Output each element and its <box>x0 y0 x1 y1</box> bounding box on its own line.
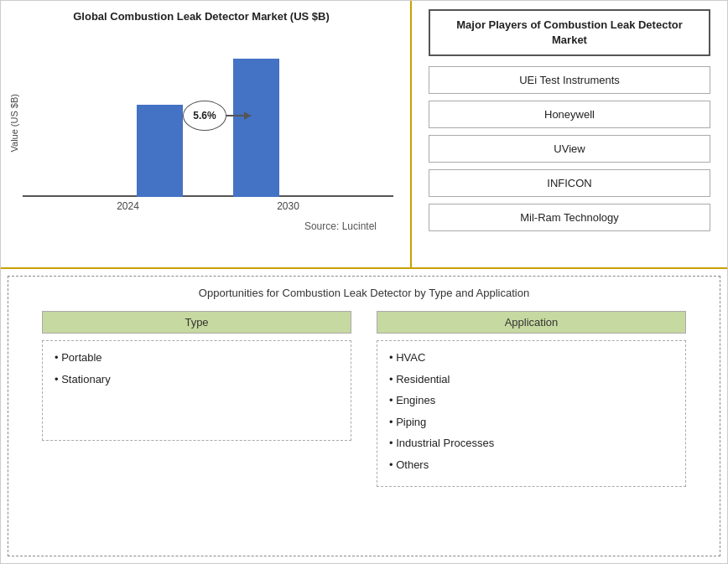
x-label-2030: 2030 <box>265 200 311 212</box>
bottom-section: Opportunities for Combustion Leak Detect… <box>8 276 720 556</box>
source-text: Source: Lucintel <box>304 220 377 232</box>
bars-container: 5.6% <box>23 31 393 197</box>
bubble-annotation: 5.6% <box>183 101 226 131</box>
type-item-1: • Portable <box>55 349 339 366</box>
top-section: Global Combustion Leak Detector Market (… <box>1 1 727 269</box>
opportunities-title: Opportunities for Combustion Leak Detect… <box>25 287 703 299</box>
app-item-6: • Others <box>389 457 673 473</box>
bar-item-2030 <box>233 59 279 197</box>
type-header: Type <box>42 311 351 334</box>
application-header: Application <box>377 311 686 334</box>
bar-item-2024 <box>137 105 183 197</box>
x-label-2024: 2024 <box>105 200 151 212</box>
application-body: • HVAC • Residential • Engines • Piping … <box>377 340 686 487</box>
app-item-2: • Residential <box>389 371 673 388</box>
chart-inner: 5.6% 2024 2030 <box>23 31 393 215</box>
chart-area: Global Combustion Leak Detector Market (… <box>1 1 412 267</box>
players-title: Major Players of Combustion Leak Detecto… <box>429 9 710 56</box>
player-item-2: Honeywell <box>429 101 710 128</box>
main-container: Global Combustion Leak Detector Market (… <box>0 0 728 564</box>
chart-wrapper: Value (US $B) 5.6% <box>9 31 393 215</box>
y-axis-label: Value (US $B) <box>9 94 19 153</box>
bar-group: 5.6% <box>23 59 393 197</box>
players-area: Major Players of Combustion Leak Detecto… <box>412 1 727 267</box>
bubble-arrow <box>226 115 251 116</box>
chart-title: Global Combustion Leak Detector Market (… <box>73 9 330 24</box>
player-item-4: INFICON <box>429 169 710 197</box>
x-labels: 2024 2030 <box>23 197 393 215</box>
type-body: • Portable • Stationary <box>42 340 351 441</box>
opp-col-type: Type • Portable • Stationary <box>42 311 351 487</box>
bubble-label: 5.6% <box>193 110 216 122</box>
app-item-3: • Engines <box>389 392 673 409</box>
bubble-circle: 5.6% <box>183 101 226 131</box>
app-item-1: • HVAC <box>389 349 673 366</box>
opp-col-application: Application • HVAC • Residential • Engin… <box>377 311 686 487</box>
player-item-3: UView <box>429 135 710 163</box>
app-item-4: • Piping <box>389 414 673 431</box>
app-item-5: • Industrial Processes <box>389 435 673 452</box>
bar-2030 <box>233 59 279 197</box>
player-item-5: Mil-Ram Technology <box>429 204 710 231</box>
bar-2024 <box>137 105 183 197</box>
type-item-2: • Stationary <box>55 371 339 388</box>
opp-columns: Type • Portable • Stationary Application… <box>25 311 703 487</box>
player-item-1: UEi Test Instruments <box>429 66 710 94</box>
